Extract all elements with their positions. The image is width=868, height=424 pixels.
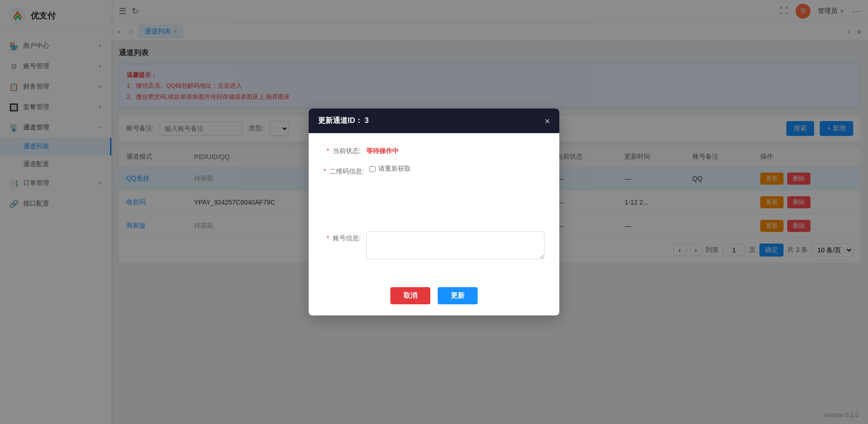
current-status-field: 等待操作中 bbox=[366, 144, 544, 155]
cancel-button[interactable]: 取消 bbox=[390, 287, 430, 304]
account-info-field bbox=[366, 231, 544, 259]
modal-overlay[interactable]: 更新通道ID： 3 × * 当前状态: 等待操作中 * 二维码信息: bbox=[0, 0, 868, 424]
qr-info-label: * 二维码信息: bbox=[324, 165, 364, 176]
current-status-label: * 当前状态: bbox=[324, 144, 361, 155]
account-info-label: * 账号信息: bbox=[324, 231, 361, 243]
modal-body: * 当前状态: 等待操作中 * 二维码信息: 请重新获取 bbox=[309, 133, 559, 280]
qr-refresh-label: 请重新获取 bbox=[378, 165, 411, 173]
qr-refresh-checkbox-label[interactable]: 请重新获取 bbox=[369, 165, 411, 173]
modal-title: 更新通道ID： 3 bbox=[318, 116, 369, 126]
qr-info-field: 请重新获取 bbox=[369, 165, 544, 173]
qr-info-row: * 二维码信息: 请重新获取 bbox=[324, 165, 544, 176]
current-status-row: * 当前状态: 等待操作中 bbox=[324, 144, 544, 155]
account-info-textarea[interactable] bbox=[366, 231, 544, 259]
modal-close-button[interactable]: × bbox=[544, 116, 550, 126]
confirm-update-button[interactable]: 更新 bbox=[438, 287, 478, 304]
current-status-value: 等待操作中 bbox=[366, 144, 399, 155]
account-info-row: * 账号信息: bbox=[324, 231, 544, 259]
modal-header: 更新通道ID： 3 × bbox=[309, 109, 559, 133]
update-channel-modal: 更新通道ID： 3 × * 当前状态: 等待操作中 * 二维码信息: bbox=[309, 109, 559, 315]
qr-refresh-checkbox[interactable] bbox=[369, 166, 376, 172]
modal-footer: 取消 更新 bbox=[309, 280, 559, 315]
